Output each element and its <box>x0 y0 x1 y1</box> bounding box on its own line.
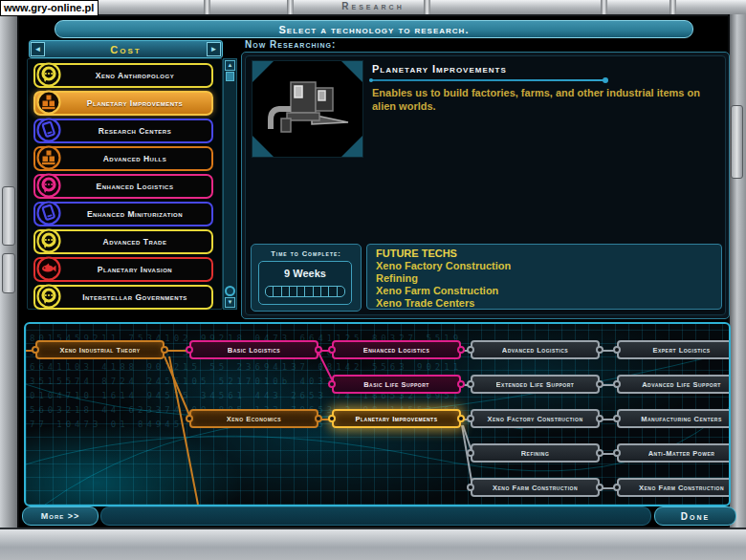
speech-bubble-icon <box>35 172 62 199</box>
research-progress-bar <box>265 286 345 297</box>
tech-description: Enables us to build factories, farms, an… <box>372 86 718 113</box>
tree-node-xeno-industrial-theory[interactable]: Xeno Industrial Theory <box>35 340 165 359</box>
future-tech-item: Refining <box>376 272 721 285</box>
tech-item-planetary-invasion[interactable]: Planetary Invasion <box>33 257 213 282</box>
future-techs-box: FUTURE TECHS Xeno Factory Construction R… <box>366 244 722 310</box>
future-techs-header: FUTURE TECHS <box>376 248 721 260</box>
tree-node-xeno-farm-construction[interactable]: Xeno Farm Construction <box>471 478 600 497</box>
tree-node-label: Advanced Logistics <box>502 346 568 355</box>
scrollbar-thumb[interactable] <box>226 72 234 81</box>
tech-item-planetary-improvements[interactable]: Planetary Improvements <box>33 91 213 116</box>
image-corner-decoration <box>341 136 362 157</box>
tree-node-label: Xeno Factory Construction <box>487 415 582 423</box>
tree-node-label: Expert Logistics <box>652 346 710 355</box>
tree-node-label: Basic Logistics <box>228 346 280 355</box>
tech-item-interstellar-governments[interactable]: Interstellar Governments <box>33 285 213 310</box>
now-researching-label: Now Researching: <box>245 39 336 50</box>
speech-bubble-icon <box>35 227 62 254</box>
scroll-handle[interactable] <box>731 105 743 179</box>
tree-node-label: Planetary Improvements <box>355 415 437 423</box>
cost-panel-title: Cost <box>46 44 206 55</box>
tree-node-manufacturing-centers[interactable]: Manufacturing Centers <box>617 409 731 428</box>
future-tech-item: Xeno Trade Centers <box>376 297 721 310</box>
tree-node-xeno-economics[interactable]: Xeno Economics <box>189 409 318 428</box>
time-to-complete-box: Time to Complete: 9 Weeks <box>251 244 362 312</box>
cost-panel-header: ◄ Cost ► <box>29 40 223 58</box>
time-well: 9 Weeks <box>258 261 352 305</box>
tree-node-label: Xeno Economics <box>227 415 281 423</box>
tree-node-xeno-farm-construction-2[interactable]: Xeno Farm Construction <box>617 478 731 497</box>
image-corner-decoration <box>252 61 274 82</box>
future-tech-item: Xeno Farm Construction <box>376 285 721 297</box>
window-title: Research <box>0 1 746 11</box>
tree-node-enhanced-logistics[interactable]: Enhanced Logistics <box>332 340 461 359</box>
rail-segment <box>2 186 15 246</box>
time-to-complete-label: Time to Complete: <box>252 249 361 258</box>
tree-node-label: Basic Life Support <box>363 380 429 389</box>
factory-icon <box>35 89 62 116</box>
image-corner-decoration <box>341 61 362 82</box>
bottom-toolbar: 18.868 M 534 bc <box>0 528 746 560</box>
tree-node-advanced-life-support[interactable]: Advanced Life Support <box>617 375 731 394</box>
subtitle-bar: Select a technology to research. <box>55 20 693 38</box>
tree-node-basic-logistics[interactable]: Basic Logistics <box>189 340 318 359</box>
tech-item-advanced-hulls[interactable]: Advanced Hulls <box>33 146 213 171</box>
tree-node-label: Xeno Farm Construction <box>493 484 578 492</box>
tree-node-label: Xeno Industrial Theory <box>59 346 140 355</box>
future-tech-item: Xeno Factory Construction <box>376 260 721 272</box>
image-corner-decoration <box>252 136 274 157</box>
tree-node-planetary-improvements[interactable]: Planetary Improvements <box>332 409 461 428</box>
scrollbar-knob[interactable] <box>225 286 235 296</box>
rail-segment <box>2 253 15 293</box>
tech-preview-image <box>252 60 363 158</box>
tech-name: Planetary Improvements <box>372 63 507 75</box>
tech-tree-panel: 8015459211 7534102 99218 0473 6641125 80… <box>24 322 731 506</box>
tech-item-enhanced-miniturization[interactable]: Enhanced Miniturization <box>33 202 213 226</box>
tech-list: Xeno Anthropology Planetary Improvements <box>27 58 223 310</box>
speech-bubble-icon <box>35 283 62 310</box>
tree-node-advanced-logistics[interactable]: Advanced Logistics <box>471 340 600 359</box>
site-watermark: www.gry-online.pl <box>0 0 99 16</box>
research-screen: Research www.gry-online.pl Select a tech… <box>0 0 746 560</box>
tree-node-label: Enhanced Logistics <box>363 346 430 355</box>
window-title-bar: Research <box>0 0 746 16</box>
tree-node-label: Advanced Life Support <box>642 380 721 389</box>
cost-prev-arrow-icon[interactable]: ◄ <box>31 42 45 56</box>
tree-node-xeno-factory-construction[interactable]: Xeno Factory Construction <box>471 409 600 428</box>
tree-node-refining[interactable]: Refining <box>471 443 600 463</box>
scroll-up-icon[interactable]: ▲ <box>225 60 235 71</box>
tech-item-advanced-trade[interactable]: Advanced Trade <box>33 229 213 254</box>
title-divider <box>371 79 605 81</box>
time-remaining-value: 9 Weeks <box>259 268 351 279</box>
more-button[interactable]: More >> <box>22 506 99 526</box>
tech-item-enhanced-logistics[interactable]: Enhanced Logistics <box>33 174 213 199</box>
scroll-down-icon[interactable]: ▼ <box>225 297 235 308</box>
tablet-icon <box>35 200 62 226</box>
left-frame-rail <box>0 14 19 528</box>
done-button[interactable]: Done <box>654 506 736 526</box>
research-detail-content: Planetary Improvements Enables us to bui… <box>245 55 726 315</box>
cost-next-arrow-icon[interactable]: ► <box>207 42 221 56</box>
tree-node-label: Xeno Farm Construction <box>639 484 724 492</box>
fish-icon <box>35 255 62 282</box>
tree-node-label: Anti-Matter Power <box>648 449 715 458</box>
tech-item-research-centers[interactable]: Research Centers <box>33 118 213 143</box>
speech-bubble-icon <box>35 61 62 88</box>
tree-node-label: Extended Life Support <box>496 380 575 389</box>
tree-node-anti-matter-power[interactable]: Anti-Matter Power <box>617 443 731 463</box>
tree-node-label: Refining <box>521 449 550 458</box>
tree-node-expert-logistics[interactable]: Expert Logistics <box>617 340 731 359</box>
tree-node-basic-life-support[interactable]: Basic Life Support <box>332 375 461 394</box>
tech-list-scrollbar[interactable]: ▲ ▼ <box>223 58 237 310</box>
research-detail-panel: Planetary Improvements Enables us to bui… <box>241 52 730 319</box>
factory-icon <box>35 144 62 171</box>
footer-bar <box>100 506 651 526</box>
tech-item-xeno-anthropology[interactable]: Xeno Anthropology <box>33 63 213 88</box>
tablet-icon <box>35 117 62 143</box>
tree-node-label: Manufacturing Centers <box>641 415 722 423</box>
tree-node-extended-life-support[interactable]: Extended Life Support <box>471 375 600 394</box>
